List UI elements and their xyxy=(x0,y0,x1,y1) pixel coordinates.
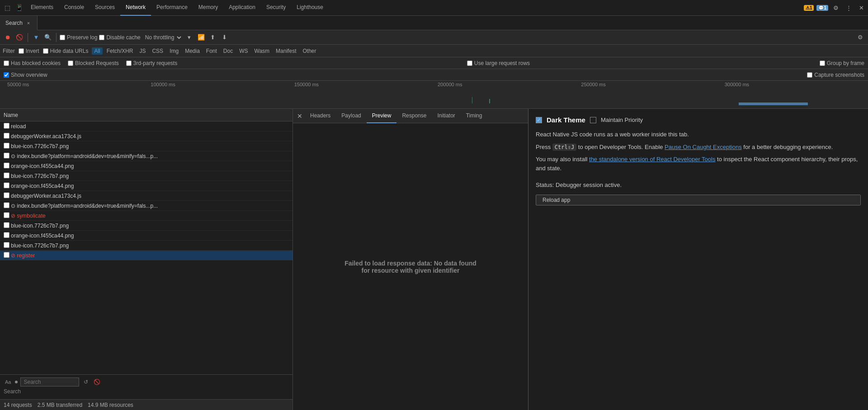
hide-data-urls-label[interactable]: Hide data URLs xyxy=(43,48,89,54)
standalone-link[interactable]: the standalone version of React Develope… xyxy=(589,156,715,163)
download-icon[interactable]: ⬇ xyxy=(220,33,230,42)
tab-application[interactable]: Application xyxy=(223,0,261,16)
detail-tab-headers[interactable]: Headers xyxy=(305,109,336,123)
pause-on-caught-link[interactable]: Pause On Caught Exceptions xyxy=(665,144,742,150)
invert-label[interactable]: Invert xyxy=(19,48,39,54)
request-item[interactable]: debuggerWorker.aca173c4.js xyxy=(0,191,292,201)
has-blocked-cookies-label[interactable]: Has blocked cookies xyxy=(4,60,61,66)
tab-security[interactable]: Security xyxy=(261,0,291,16)
request-item[interactable]: ⊘ register xyxy=(0,251,292,261)
search-toggle[interactable]: 🔍 xyxy=(43,33,53,42)
request-checkbox[interactable] xyxy=(4,153,9,158)
inspect-icon[interactable]: ⬚ xyxy=(2,2,13,13)
tab-lighthouse[interactable]: Lighthouse xyxy=(291,0,329,16)
use-large-rows-checkbox[interactable] xyxy=(467,61,472,66)
more-icon[interactable]: ⋮ xyxy=(844,3,854,13)
aa-button[interactable]: Aa xyxy=(4,378,12,386)
filter-type-other[interactable]: Other xyxy=(300,47,318,55)
search-tab[interactable]: Search × xyxy=(0,16,38,30)
group-by-frame-label[interactable]: Group by frame xyxy=(820,60,864,66)
request-checkbox[interactable] xyxy=(4,252,9,258)
request-checkbox[interactable] xyxy=(4,123,9,129)
request-item[interactable]: ⊙ index.bundle?platform=android&dev=true… xyxy=(0,151,292,161)
request-item[interactable]: orange-icon.f455ca44.png xyxy=(0,161,292,171)
request-checkbox[interactable] xyxy=(4,222,9,228)
request-item[interactable]: blue-icon.7726c7b7.png xyxy=(0,221,292,231)
throttle-select[interactable]: No throttling xyxy=(142,33,183,42)
preserve-log-checkbox[interactable] xyxy=(60,35,65,40)
filter-type-js[interactable]: JS xyxy=(137,47,148,55)
filter-type-wasm[interactable]: Wasm xyxy=(252,47,272,55)
tab-network[interactable]: Network xyxy=(120,0,151,16)
detail-tab-timing[interactable]: Timing xyxy=(461,109,488,123)
dot-button[interactable] xyxy=(15,381,18,383)
disable-cache-checkbox[interactable] xyxy=(99,35,104,40)
tab-performance[interactable]: Performance xyxy=(151,0,193,16)
record-button[interactable]: ⏺ xyxy=(3,33,13,42)
request-item[interactable]: orange-icon.f455ca44.png xyxy=(0,231,292,241)
request-checkbox[interactable] xyxy=(4,172,9,178)
network-settings-icon[interactable]: ⚙ xyxy=(855,33,865,42)
request-checkbox[interactable] xyxy=(4,232,9,238)
request-item[interactable]: debuggerWorker.aca173c4.js xyxy=(0,131,292,141)
tab-console[interactable]: Console xyxy=(59,0,90,16)
request-checkbox[interactable] xyxy=(4,163,9,168)
filter-type-img[interactable]: Img xyxy=(167,47,181,55)
blocked-requests-checkbox[interactable] xyxy=(68,61,73,66)
request-checkbox[interactable] xyxy=(4,182,9,188)
close-devtools-icon[interactable]: ✕ xyxy=(856,3,866,13)
tab-sources[interactable]: Sources xyxy=(90,0,120,16)
filter-type-ws[interactable]: WS xyxy=(237,47,250,55)
hide-data-urls-checkbox[interactable] xyxy=(43,48,48,54)
detail-tab-payload[interactable]: Payload xyxy=(336,109,366,123)
filter-toggle[interactable]: ▼ xyxy=(31,33,41,42)
filter-type-css[interactable]: CSS xyxy=(150,47,165,55)
request-checkbox[interactable] xyxy=(4,212,9,218)
search-input[interactable] xyxy=(20,377,79,387)
filter-type-media[interactable]: Media xyxy=(183,47,202,55)
request-item[interactable]: ⊘ symbolicate xyxy=(0,211,292,221)
tab-elements[interactable]: Elements xyxy=(25,0,59,16)
device-icon[interactable]: 📱 xyxy=(14,2,24,13)
maintain-priority-checkbox[interactable] xyxy=(590,117,596,123)
use-large-rows-label[interactable]: Use large request rows xyxy=(467,60,530,66)
request-item[interactable]: blue-icon.7726c7b7.png xyxy=(0,141,292,151)
refresh-search-button[interactable]: ↺ xyxy=(82,378,90,386)
detail-tab-response[interactable]: Response xyxy=(396,109,432,123)
request-item[interactable]: blue-icon.7726c7b7.png xyxy=(0,241,292,251)
upload-icon[interactable]: ⬆ xyxy=(208,33,218,42)
show-overview-checkbox[interactable] xyxy=(4,72,9,78)
wifi-icon[interactable]: 📶 xyxy=(196,33,206,42)
request-checkbox[interactable] xyxy=(4,143,9,149)
filter-type-doc[interactable]: Doc xyxy=(221,47,235,55)
tab-memory[interactable]: Memory xyxy=(193,0,223,16)
has-blocked-cookies-checkbox[interactable] xyxy=(4,61,9,66)
capture-screenshots-checkbox[interactable] xyxy=(807,72,812,78)
search-tab-close[interactable]: × xyxy=(25,20,32,26)
filter-type-all[interactable]: All xyxy=(92,47,102,55)
group-by-frame-checkbox[interactable] xyxy=(820,61,825,66)
throttle-dropdown-icon[interactable]: ▾ xyxy=(184,33,194,42)
request-item[interactable]: orange-icon.f455ca44.png xyxy=(0,181,292,191)
request-item[interactable]: reload xyxy=(0,121,292,131)
request-checkbox[interactable] xyxy=(4,192,9,198)
request-checkbox[interactable] xyxy=(4,133,9,139)
preserve-log-label[interactable]: Preserve log xyxy=(60,34,97,41)
detail-close-button[interactable]: ✕ xyxy=(295,111,305,121)
third-party-checkbox[interactable] xyxy=(126,61,132,66)
reload-app-button[interactable]: Reload app xyxy=(536,195,861,205)
third-party-label[interactable]: 3rd-party requests xyxy=(126,60,177,66)
settings-icon[interactable]: ⚙ xyxy=(831,3,841,13)
request-item[interactable]: ⊙ index.bundle?platform=android&dev=true… xyxy=(0,201,292,211)
request-checkbox[interactable] xyxy=(4,242,9,248)
filter-type-fetch/xhr[interactable]: Fetch/XHR xyxy=(104,47,136,55)
clear-search-button[interactable]: 🚫 xyxy=(93,378,101,386)
capture-screenshots-label[interactable]: Capture screenshots xyxy=(807,72,864,78)
clear-button[interactable]: 🚫 xyxy=(14,33,24,42)
filter-type-font[interactable]: Font xyxy=(204,47,219,55)
detail-tab-preview[interactable]: Preview xyxy=(367,109,397,123)
filter-type-manifest[interactable]: Manifest xyxy=(274,47,298,55)
invert-checkbox[interactable] xyxy=(19,48,24,54)
request-item[interactable]: blue-icon.7726c7b7.png xyxy=(0,171,292,181)
disable-cache-label[interactable]: Disable cache xyxy=(99,34,140,41)
